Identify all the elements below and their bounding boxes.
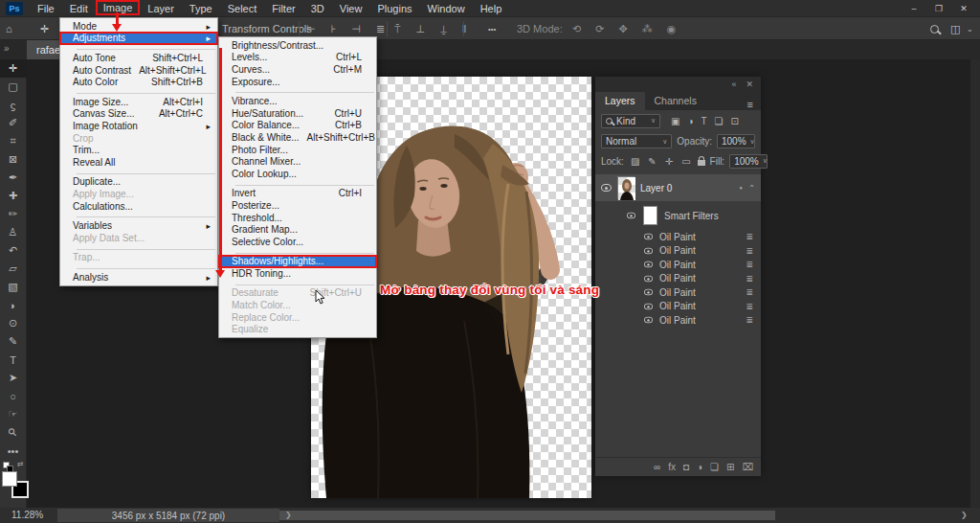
3d-pan-icon[interactable]: ✥ — [614, 23, 631, 35]
filter-smart-objects-icon[interactable]: ⊡ — [729, 116, 741, 126]
menu-item[interactable] — [219, 87, 376, 95]
menu-item[interactable]: Adjustments — [60, 33, 217, 45]
menu-item[interactable] — [219, 180, 376, 188]
menu-item[interactable]: Color Lookup... — [219, 168, 376, 180]
menubar-item[interactable]: 3D — [303, 0, 332, 16]
menu-item[interactable]: HDR Toning... — [219, 267, 376, 280]
ellipse-tool[interactable]: ○ — [0, 387, 27, 405]
lock-position-icon[interactable]: ✛ — [663, 156, 675, 167]
menu-item[interactable]: Reveal All — [60, 156, 217, 169]
menu-item[interactable]: Invert Ctrl+I — [219, 188, 376, 200]
search-icon[interactable] — [930, 17, 939, 40]
collapse-effects-icon[interactable]: ⌃ — [748, 184, 755, 193]
edit-toolbar-icon[interactable]: ••• — [0, 442, 27, 460]
menubar-item[interactable]: View — [332, 0, 370, 16]
zoom-tool[interactable]: ⚲ — [0, 423, 27, 442]
menubar-item[interactable]: Select — [220, 0, 265, 16]
close-panel-icon[interactable]: ✕ — [746, 80, 753, 89]
menu-item[interactable] — [219, 280, 376, 287]
blend-mode-dropdown[interactable]: Normal ∨ — [601, 134, 672, 148]
menu-item[interactable] — [60, 88, 217, 96]
menu-item[interactable]: Exposure... — [219, 76, 376, 88]
align-right-edges-icon[interactable]: ⊣ — [347, 23, 365, 35]
menu-item[interactable]: Image Rotation — [60, 120, 217, 132]
menu-item[interactable]: Color Balance... Ctrl+B — [219, 120, 376, 132]
menu-item[interactable]: Auto Color Shift+Ctrl+B — [60, 76, 217, 88]
visibility-eye-icon[interactable] — [644, 304, 653, 309]
brush-tool[interactable]: ✏ — [0, 205, 27, 223]
smart-filter-row[interactable]: Oil Paint ≣ — [595, 244, 761, 259]
collapse-panel-icon[interactable]: « — [731, 80, 736, 89]
close-button[interactable]: ✕ — [951, 1, 976, 15]
menu-item[interactable]: Threshold... — [219, 212, 376, 224]
layer-thumbnail[interactable] — [617, 176, 635, 199]
filter-blending-options-icon[interactable]: ≣ — [746, 232, 753, 241]
layer-row-selected[interactable]: Layer 0 ◔ ⌃ — [595, 174, 761, 201]
smart-filter-row[interactable]: Oil Paint ≣ — [595, 258, 761, 272]
swap-colors-icon[interactable]: ⇄ — [17, 460, 24, 468]
align-top-edges-icon[interactable]: ⍑ — [390, 23, 405, 35]
menubar-item[interactable]: Edit — [62, 0, 96, 16]
menu-item[interactable]: Equalize — [219, 323, 376, 335]
visibility-eye-icon[interactable] — [644, 317, 653, 323]
restore-button[interactable]: ❐ — [926, 1, 951, 15]
menu-item[interactable]: Brightness/Contrast... — [219, 39, 376, 52]
menu-item[interactable]: Replace Color... — [219, 311, 376, 324]
menu-item[interactable]: Auto Contrast Alt+Shift+Ctrl+L — [60, 64, 217, 77]
blur-tool[interactable]: ◗ — [0, 296, 27, 314]
layer-group-icon[interactable]: ❏ — [710, 462, 719, 472]
gradient-tool[interactable]: ▧ — [0, 278, 27, 296]
filter-type-layers-icon[interactable]: T — [700, 116, 709, 126]
visibility-eye-icon[interactable] — [644, 262, 653, 267]
align-left-edges-icon[interactable]: ⊢ — [302, 23, 320, 35]
menu-item[interactable]: Vibrance... — [219, 95, 376, 107]
menu-item[interactable] — [60, 263, 217, 271]
menu-item[interactable]: Shadows/Highlights... — [219, 256, 376, 268]
menu-item[interactable]: Channel Mixer... — [219, 155, 376, 168]
filter-blending-options-icon[interactable]: ≣ — [746, 315, 753, 325]
menu-item[interactable] — [60, 212, 217, 219]
3d-camera-icon[interactable]: ◉ — [663, 23, 680, 35]
foreground-color-swatch[interactable] — [2, 471, 17, 487]
dodge-tool[interactable]: ⊙ — [0, 314, 27, 332]
align-vertical-centers-icon[interactable]: ⊥ — [412, 23, 430, 35]
menubar-item[interactable]: Plugins — [369, 0, 419, 16]
align-bottom-edges-icon[interactable]: ⍊ — [436, 23, 451, 35]
opacity-field[interactable]: 100% ∨ — [717, 134, 755, 148]
menu-item[interactable]: Desaturate Shift+Ctrl+U — [219, 287, 376, 300]
menubar-item[interactable]: Layer — [140, 0, 182, 16]
menubar-item[interactable]: Help — [473, 0, 510, 16]
chevron-down-icon[interactable]: ⌄ — [967, 17, 973, 40]
quick-selection-tool[interactable]: ✐ — [0, 114, 27, 132]
smart-filter-badge-icon[interactable]: ◔ — [737, 183, 743, 193]
workspace-switcher-icon[interactable]: ◫ — [950, 17, 960, 40]
visibility-eye-icon[interactable] — [601, 184, 612, 192]
menu-item[interactable]: Black & White... Alt+Shift+Ctrl+B — [219, 131, 376, 144]
filter-blending-options-icon[interactable]: ≣ — [746, 302, 753, 311]
3d-roll-icon[interactable]: ⟳ — [591, 23, 608, 35]
menu-item[interactable] — [60, 169, 217, 176]
menu-item[interactable]: Calculations... — [60, 200, 217, 213]
menu-item[interactable]: Gradient Map... — [219, 223, 376, 236]
menu-item[interactable]: Apply Data Set... — [60, 232, 217, 244]
align-horizontal-centers-icon[interactable]: ⊦ — [327, 23, 341, 35]
menu-item[interactable]: Trap... — [60, 252, 217, 264]
panel-tab[interactable]: Channels — [645, 92, 706, 110]
lock-transparent-pixels-icon[interactable]: ▨ — [629, 156, 641, 167]
menu-item[interactable]: Variables — [60, 219, 217, 232]
eraser-tool[interactable]: ▱ — [0, 260, 27, 278]
filter-blending-options-icon[interactable]: ≣ — [746, 246, 753, 256]
menu-item[interactable]: Levels... Ctrl+L — [219, 52, 376, 64]
menu-item[interactable]: Canvas Size... Alt+Ctrl+C — [60, 108, 217, 121]
spot-healing-brush-tool[interactable]: ✚ — [0, 187, 27, 205]
lock-artboard-icon[interactable]: ▭ — [679, 156, 692, 167]
smart-filter-row[interactable]: Oil Paint ≣ — [595, 300, 761, 314]
menu-item[interactable]: Duplicate... — [60, 176, 217, 189]
menu-item[interactable]: Photo Filter... — [219, 144, 376, 156]
clone-stamp-tool[interactable]: ♙ — [0, 223, 27, 241]
3d-orbit-icon[interactable]: ⟲ — [568, 23, 585, 35]
lasso-tool[interactable]: ϛ — [0, 96, 27, 114]
smart-filter-row[interactable]: Oil Paint ≣ — [595, 230, 761, 244]
3d-slide-icon[interactable]: ⁂ — [638, 23, 657, 35]
filter-blending-options-icon[interactable]: ≣ — [746, 260, 753, 269]
